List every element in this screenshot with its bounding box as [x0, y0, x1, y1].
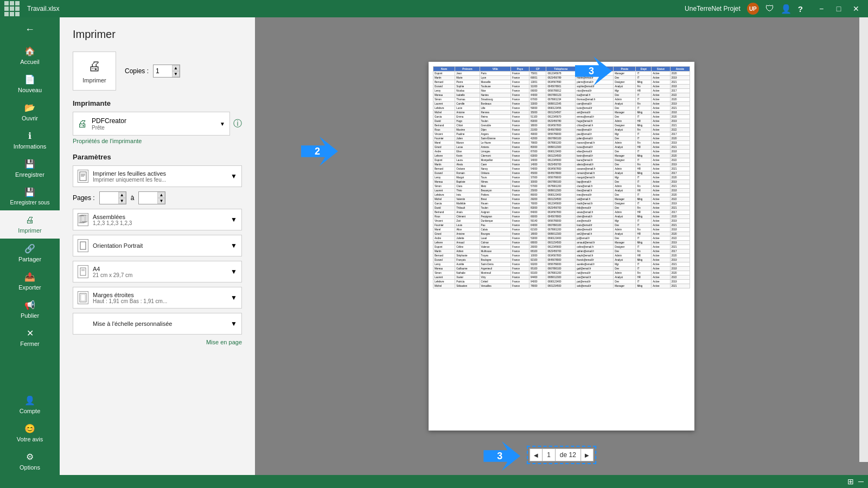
page-current-number: 1 [542, 448, 555, 461]
table-cell: HR [636, 119, 652, 124]
table-row: MoreauIsabelleNantesFrance44000066789012… [433, 93, 690, 98]
sidebar-item-nouveau[interactable]: 📄 Nouveau [0, 69, 60, 98]
table-row: AndreJulietteLavalFrance530000690123400j… [433, 236, 690, 241]
table-cell: IT [636, 150, 652, 154]
sidebar-label-enregistrer-sous: Enregistrer sous [10, 200, 50, 206]
collate-dropdown[interactable]: Assemblées 1,2,3 1,2,3 1,2,3 ▼ [73, 209, 242, 230]
table-cell: France [510, 189, 529, 193]
print-button[interactable]: 🖨 Imprimer [73, 52, 116, 91]
table-cell: Designer [614, 158, 636, 163]
table-cell: Poitiers [480, 193, 510, 197]
table-row: SimonNathalieMontreuilFrance931000678901… [433, 271, 690, 275]
table-cell: Clermont [480, 154, 510, 158]
sidebar-item-ouvrir[interactable]: 📂 Ouvrir [0, 98, 60, 126]
table-cell: Simon [433, 98, 455, 102]
table-cell: 2021 [670, 106, 690, 111]
pages-to-value[interactable] [139, 192, 157, 204]
table-cell: IT [636, 223, 652, 228]
page-setup-link[interactable]: Mise en page [73, 339, 242, 345]
sidebar-item-votre-avis[interactable]: 😊 Votre avis [0, 419, 60, 447]
table-cell: France [510, 80, 529, 85]
print-scope-dropdown[interactable]: Imprimer les feuilles actives Imprimer u… [73, 165, 242, 187]
table-cell: 0689012345 [546, 102, 576, 106]
paper-size-dropdown[interactable]: A4 21 cm x 29,7 cm ▼ [73, 261, 242, 282]
sidebar-item-imprimer[interactable]: 🖨 Imprimer [0, 210, 60, 239]
margins-sub: Haut : 1,91 cm Bas : 1,91 cm... [93, 298, 167, 304]
shield-icon[interactable]: 🛡 [765, 4, 774, 14]
printer-info-icon[interactable]: ⓘ [233, 118, 242, 130]
pages-from-down[interactable]: ▼ [118, 198, 126, 204]
page-first-button[interactable]: ◀ [529, 448, 542, 461]
table-cell: Toulon [480, 119, 510, 124]
sidebar-item-enregistrer[interactable]: 💾 Enregistrer [0, 154, 60, 182]
sidebar-item-informations[interactable]: ℹ Informations [0, 126, 60, 154]
table-cell: France [510, 154, 529, 158]
sidebar-item-partager[interactable]: 🔗 Partager [0, 239, 60, 267]
maximize-button[interactable]: □ [831, 1, 846, 16]
table-cell: Leroy [433, 89, 455, 93]
sidebar-item-options[interactable]: ⚙ Options [0, 447, 60, 475]
margins-dropdown[interactable]: Marges étroites Haut : 1,91 cm Bas : 1,9… [73, 287, 242, 309]
view-page-icon[interactable]: ─ [858, 477, 864, 486]
sidebar-item-exporter[interactable]: 📤 Exporter [0, 267, 60, 295]
table-cell: 2021 [670, 284, 690, 288]
table-cell: Manager [614, 241, 636, 245]
pages-to-down[interactable]: ▼ [157, 198, 165, 204]
table-cell: Admin [614, 184, 636, 189]
sidebar-item-compte[interactable]: 👤 Compte [0, 390, 60, 419]
table-cell: oceane@email.fr [576, 167, 614, 171]
table-cell: HR [636, 145, 652, 150]
printer-properties-link[interactable]: Propriétés de l'imprimante [73, 138, 242, 144]
table-cell: 0634567800 [546, 124, 576, 128]
paper-size-main: A4 [93, 266, 132, 272]
copies-input[interactable]: 1 [154, 65, 172, 77]
table-cell: Active [652, 249, 670, 254]
feedback-icon: 😊 [24, 423, 35, 434]
sidebar-item-fermer[interactable]: ✕ Fermer [0, 323, 60, 351]
table-cell: 75001 [529, 72, 546, 76]
back-button[interactable]: ← [0, 17, 60, 41]
table-cell: 94000 [529, 280, 546, 284]
table-row: FournierLouisPauFrance640000667890100lou… [433, 223, 690, 228]
table-cell: 0690123456 [546, 106, 576, 111]
table-cell: Active [652, 210, 670, 215]
app-icon[interactable] [4, 1, 20, 16]
page-next-button[interactable]: ▶ [580, 448, 593, 461]
table-cell: 2021 [670, 245, 690, 249]
table-cell: Active [652, 284, 670, 288]
table-cell: 0689012300 [546, 232, 576, 236]
sidebar-item-publier[interactable]: 📢 Publier [0, 295, 60, 323]
table-cell: Dev [614, 223, 636, 228]
pages-to-up[interactable]: ▲ [157, 192, 165, 198]
table-row: DavidHugoToulonFrance830000623456780hugo… [433, 119, 690, 124]
pages-to-input[interactable]: ▲ ▼ [138, 191, 165, 204]
close-button[interactable]: ✕ [848, 1, 864, 16]
user-icon[interactable]: 👤 [781, 4, 792, 14]
right-scrollbar[interactable] [859, 17, 868, 462]
table-cell: Durand [433, 85, 455, 89]
copies-spinbox[interactable]: 1 ▲ ▼ [153, 65, 180, 78]
sidebar-item-enregistrer-sous[interactable]: 💾 Enregistrer sous [0, 182, 60, 210]
copies-down-arrow[interactable]: ▼ [172, 71, 180, 77]
pages-from-input[interactable]: ▲ ▼ [99, 191, 126, 204]
table-cell: Fin [636, 141, 652, 145]
minimize-button[interactable]: − [814, 1, 829, 16]
table-cell: 10000 [529, 254, 546, 258]
pages-from-value[interactable] [100, 192, 118, 204]
printer-select[interactable]: 🖨 PDFCreator Prête ▼ [73, 112, 230, 136]
table-cell: Active [652, 102, 670, 106]
view-normal-icon[interactable]: ⊞ [847, 477, 854, 486]
sidebar-item-accueil[interactable]: 🏠 Accueil [0, 41, 60, 69]
table-cell: 14000 [529, 163, 546, 167]
table-cell: Active [652, 219, 670, 223]
user-badge[interactable]: UP [747, 3, 759, 15]
copies-up-arrow[interactable]: ▲ [172, 65, 180, 71]
help-icon[interactable]: ? [798, 4, 803, 14]
orientation-dropdown[interactable]: Orientation Portrait ▼ [73, 235, 242, 256]
table-cell: Active [652, 171, 670, 176]
pages-from-up[interactable]: ▲ [118, 192, 126, 198]
table-cell: France [510, 163, 529, 167]
table-cell: France [510, 254, 529, 258]
table-row: RouxMaximeDijonFrance210000645678900max@… [433, 128, 690, 132]
scale-dropdown[interactable]: Mise à l'échelle personnalisée ▼ [73, 313, 242, 335]
